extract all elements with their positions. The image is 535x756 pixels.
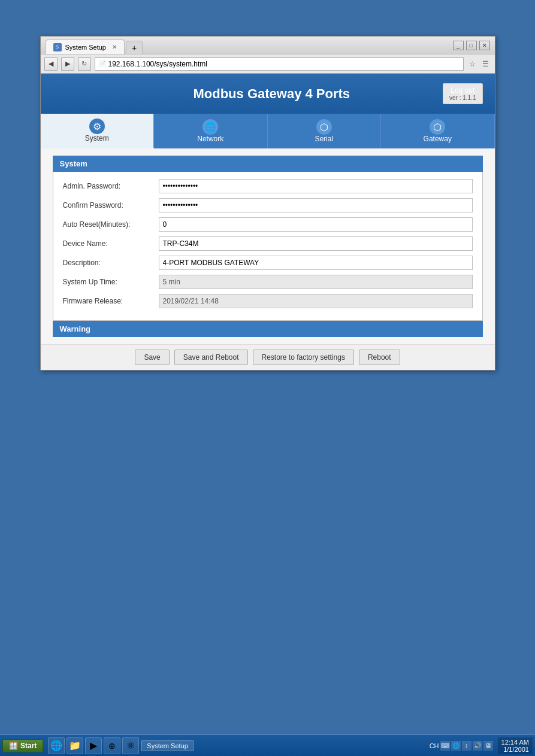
- desktop: manualshhive.com S System Setup ✕ + _ □ …: [0, 0, 535, 756]
- uptime-label: System Up Time:: [63, 278, 159, 286]
- taskbar-ie-icon[interactable]: 🌐: [48, 737, 65, 754]
- browser-tabs: S System Setup ✕ +: [46, 37, 143, 54]
- tray-icon-1: ⌨: [440, 741, 450, 751]
- serial-icon: ⬡: [316, 119, 332, 135]
- logout-label: Log out: [451, 86, 474, 95]
- browser-window: S System Setup ✕ + _ □ ✕ ◀ ▶ ↻ 📄 192.168…: [40, 36, 495, 371]
- tab-serial[interactable]: ⬡ Serial: [268, 114, 382, 148]
- confirm-password-label: Confirm Password:: [63, 201, 159, 210]
- firmware-input: [159, 294, 473, 308]
- tray-icon-5: 🖥: [483, 741, 493, 751]
- page-icon: 📄: [99, 60, 106, 67]
- start-label: Start: [20, 742, 37, 750]
- web-content: Modbus Gateway 4 Ports Log out ver : 1.1…: [41, 74, 495, 370]
- gateway-icon: ⬡: [430, 119, 445, 135]
- tab-favicon-letter: S: [56, 44, 59, 50]
- admin-password-label: Admin. Password:: [63, 182, 159, 190]
- save-button[interactable]: Save: [135, 350, 169, 365]
- system-icon: ⚙: [89, 119, 105, 134]
- auto-reset-label: Auto Reset(Minutes):: [63, 220, 159, 229]
- device-name-label: Device Name:: [63, 239, 159, 248]
- taskbar-apps: 🌐 📁 ▶ ⊕ ⚛: [48, 737, 139, 754]
- tray-icon-3: ↕: [462, 741, 471, 751]
- restore-factory-button[interactable]: Restore to factory settings: [253, 350, 354, 365]
- page-title: Modbus Gateway 4 Ports: [101, 86, 443, 102]
- firmware-row: Firmware Release:: [63, 294, 473, 308]
- warning-section-header: Warning: [53, 321, 483, 337]
- admin-password-row: Admin. Password:: [63, 179, 473, 193]
- back-button[interactable]: ◀: [44, 57, 58, 71]
- bottom-action-bar: Save Save and Reboot Restore to factory …: [41, 344, 495, 370]
- browser-tab[interactable]: S System Setup ✕: [46, 40, 125, 54]
- maximize-button[interactable]: □: [466, 41, 477, 50]
- confirm-password-row: Confirm Password:: [63, 198, 473, 212]
- tab-favicon: S: [53, 43, 62, 51]
- confirm-password-input[interactable]: [159, 198, 473, 212]
- tab-network-label: Network: [197, 135, 223, 143]
- tab-network[interactable]: 🌐 Network: [154, 114, 268, 148]
- tab-label: System Setup: [65, 44, 106, 51]
- auto-reset-input[interactable]: [159, 217, 473, 232]
- start-icon: 🪟: [9, 742, 18, 750]
- address-text: 192.168.1.100/sys/system.html: [108, 60, 207, 68]
- taskbar-media-icon[interactable]: ▶: [85, 737, 102, 754]
- clock-date: 1/1/2001: [501, 746, 529, 753]
- taskbar-app5-icon[interactable]: ⚛: [122, 737, 139, 754]
- auto-reset-row: Auto Reset(Minutes):: [63, 217, 473, 232]
- firmware-label: Firmware Release:: [63, 297, 159, 305]
- logout-button[interactable]: Log out ver : 1.1.1: [443, 83, 482, 104]
- tab-gateway[interactable]: ⬡ Gateway: [381, 114, 495, 148]
- taskbar-clock: 12:14 AM 1/1/2001: [498, 737, 533, 754]
- device-name-input[interactable]: [159, 236, 473, 251]
- tab-serial-label: Serial: [315, 135, 333, 143]
- new-tab-button[interactable]: +: [126, 41, 143, 54]
- taskbar: 🪟 Start 🌐 📁 ▶ ⊕ ⚛ System Setup CH ⌨ 🌐 ↕ …: [0, 734, 535, 756]
- system-section-header: System: [53, 156, 483, 172]
- system-section: System Admin. Password: Confirm Password…: [41, 148, 495, 344]
- description-label: Description:: [63, 259, 159, 267]
- taskbar-chrome-icon[interactable]: ⊕: [104, 737, 120, 754]
- forward-button[interactable]: ▶: [61, 57, 74, 71]
- admin-password-input[interactable]: [159, 179, 473, 193]
- page-header: Modbus Gateway 4 Ports Log out ver : 1.1…: [41, 74, 495, 114]
- address-bar[interactable]: 📄 192.168.1.100/sys/system.html: [95, 57, 464, 71]
- tray-icon-4: 🔊: [473, 741, 482, 751]
- close-button[interactable]: ✕: [479, 41, 490, 50]
- systray-icons: CH ⌨ 🌐 ↕ 🔊 🖥: [430, 741, 493, 751]
- tab-gateway-label: Gateway: [424, 135, 452, 143]
- taskbar-active-app[interactable]: System Setup: [141, 740, 193, 751]
- start-button[interactable]: 🪟 Start: [2, 739, 43, 752]
- description-row: Description:: [63, 256, 473, 270]
- bookmark-icon[interactable]: ☆: [467, 59, 478, 69]
- settings-icon[interactable]: ☰: [480, 59, 491, 69]
- address-right-icons: ☆ ☰: [467, 59, 491, 69]
- uptime-row: System Up Time:: [63, 275, 473, 289]
- tab-system[interactable]: ⚙ System: [41, 114, 155, 148]
- save-reboot-button[interactable]: Save and Reboot: [174, 350, 248, 365]
- tray-icon-2: 🌐: [451, 741, 461, 751]
- window-controls: _ □ ✕: [453, 41, 490, 50]
- minimize-button[interactable]: _: [453, 41, 464, 50]
- version-label: ver : 1.1.1: [449, 95, 476, 101]
- device-name-row: Device Name:: [63, 236, 473, 251]
- navigation-tabs: ⚙ System 🌐 Network ⬡ Serial ⬡ Gateway: [41, 114, 495, 148]
- taskbar-explorer-icon[interactable]: 📁: [67, 737, 83, 754]
- description-input[interactable]: [159, 256, 473, 270]
- uptime-input: [159, 275, 473, 289]
- browser-addressbar: ◀ ▶ ↻ 📄 192.168.1.100/sys/system.html ☆ …: [41, 54, 495, 74]
- browser-titlebar: S System Setup ✕ + _ □ ✕: [41, 37, 495, 54]
- network-icon: 🌐: [202, 119, 218, 135]
- tab-system-label: System: [85, 134, 109, 142]
- reboot-button[interactable]: Reboot: [359, 350, 400, 365]
- tab-close-button[interactable]: ✕: [112, 44, 117, 50]
- system-section-body: Admin. Password: Confirm Password: Auto …: [53, 172, 483, 321]
- refresh-button[interactable]: ↻: [78, 57, 91, 71]
- clock-time: 12:14 AM: [501, 739, 529, 746]
- taskbar-right: CH ⌨ 🌐 ↕ 🔊 🖥 12:14 AM 1/1/2001: [430, 737, 533, 754]
- tray-text: CH: [430, 742, 439, 749]
